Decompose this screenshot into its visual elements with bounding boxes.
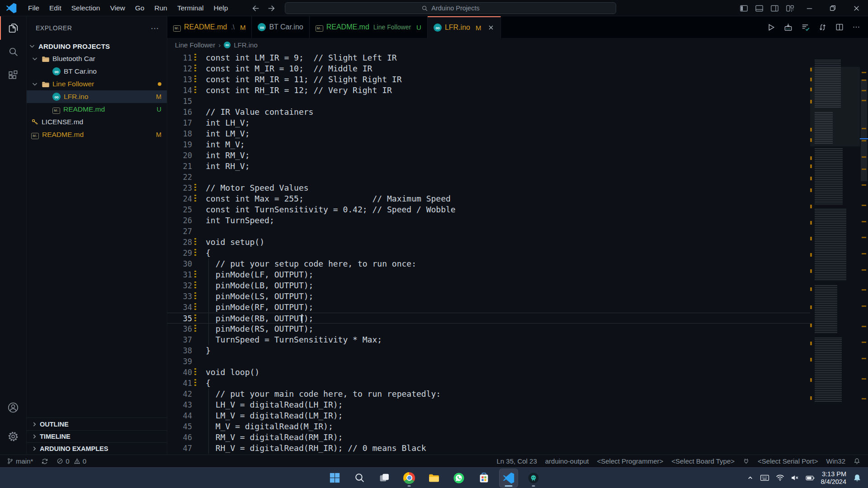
activity-extensions[interactable] <box>0 63 26 87</box>
code-line-39[interactable]: 39 <box>167 356 810 367</box>
tree-item-bt-car-ino-1[interactable]: ∞BT Car.ino <box>27 65 167 78</box>
wifi-icon[interactable] <box>776 474 784 481</box>
taskbar-microsoft-store-icon[interactable] <box>474 469 493 488</box>
taskbar-start-icon[interactable] <box>325 469 344 488</box>
code-line-21[interactable]: 21int RH_V; <box>167 161 810 172</box>
window-restore-button[interactable] <box>821 0 844 16</box>
verify-icon[interactable] <box>801 23 810 32</box>
breadcrumb-file[interactable]: LFR.ino <box>234 41 258 49</box>
toggle-secondary-sidebar-icon[interactable] <box>767 0 782 16</box>
scrollbar-thumb[interactable] <box>861 80 867 181</box>
code-line-46[interactable]: 46 RM_V = digitalRead(RM_IR); <box>167 432 810 443</box>
menu-terminal[interactable]: Terminal <box>172 0 209 16</box>
window-close-button[interactable] <box>844 0 868 16</box>
taskbar-task-view-icon[interactable] <box>375 469 394 488</box>
taskbar-file-explorer-icon[interactable] <box>425 469 443 488</box>
status-select-serial-port[interactable]: <Select Serial Port> <box>754 457 822 465</box>
code-line-45[interactable]: 45 M_V = digitalRead(M_IR); <box>167 421 810 432</box>
code-line-37[interactable]: 37 TurnSpeed = TurnSensitivity * Max; <box>167 334 810 345</box>
code-line-41[interactable]: 41{ <box>167 378 810 389</box>
activity-search[interactable] <box>0 40 26 63</box>
section-timeline[interactable]: TIMELINE <box>27 430 167 442</box>
workspace-root[interactable]: ARDUINO PROJECTS <box>27 40 167 52</box>
code-line-44[interactable]: 44 LM_V = digitalRead(LM_IR); <box>167 410 810 421</box>
tab-readme-md-0[interactable]: M↓README.md.\M <box>167 16 252 38</box>
code-line-43[interactable]: 43 LH_V = digitalRead(LH_IR); <box>167 399 810 410</box>
code-line-24[interactable]: 24const int Max = 255; // Maximum Speed <box>167 193 810 204</box>
menu-go[interactable]: Go <box>130 0 150 16</box>
sync-changes-item[interactable] <box>37 458 52 465</box>
activity-explorer[interactable] <box>0 16 26 40</box>
code-line-19[interactable]: 19int M_V; <box>167 139 810 150</box>
volume-muted-icon[interactable] <box>791 474 799 481</box>
activity-account[interactable] <box>0 396 26 419</box>
tree-item-license-md-5[interactable]: LICENSE.md <box>27 116 167 128</box>
window-minimize-button[interactable] <box>797 0 821 16</box>
status-win32[interactable]: Win32 <box>822 457 849 465</box>
code-line-34[interactable]: 34 pinMode(RF, OUTPUT); <box>167 302 810 313</box>
command-center[interactable]: Arduino Projects <box>285 2 616 14</box>
status-select-board-type[interactable]: <Select Board Type> <box>667 457 739 465</box>
toggle-primary-sidebar-icon[interactable] <box>736 0 751 16</box>
menu-view[interactable]: View <box>105 0 130 16</box>
code-line-18[interactable]: 18int LM_V; <box>167 128 810 139</box>
status-arduino-output[interactable]: arduino-output <box>541 457 593 465</box>
code-line-30[interactable]: 30 // put your setup code here, to run o… <box>167 258 810 269</box>
section-outline[interactable]: OUTLINE <box>27 418 167 430</box>
battery-icon[interactable] <box>806 475 815 481</box>
taskbar-whatsapp-icon[interactable] <box>449 469 468 488</box>
code-line-47[interactable]: 47 RH_V = digitalRead(RH_IR); // 0 means… <box>167 443 810 454</box>
compare-changes-icon[interactable] <box>818 23 827 32</box>
status-ln-35-col-23[interactable]: Ln 35, Col 23 <box>493 457 541 465</box>
code-line-26[interactable]: 26int TurnSpeed; <box>167 215 810 226</box>
sidebar-more-actions-icon[interactable]: ⋯ <box>151 23 160 33</box>
git-branch-item[interactable]: main* <box>3 457 37 465</box>
tray-chevron-up-icon[interactable] <box>747 474 754 481</box>
nav-forward-icon[interactable] <box>266 4 276 13</box>
menu-edit[interactable]: Edit <box>44 0 66 16</box>
code-line-42[interactable]: 42 // put your main code here, to run re… <box>167 389 810 399</box>
split-editor-icon[interactable] <box>835 23 844 32</box>
code-line-12[interactable]: 12const int M_IR = 10; // Middle IR <box>167 63 810 74</box>
code-line-33[interactable]: 33 pinMode(LS, OUTPUT); <box>167 291 810 302</box>
code-editor[interactable]: 11const int LM_IR = 9; // Slight Left IR… <box>167 52 868 455</box>
code-line-17[interactable]: 17int LH_V; <box>167 117 810 128</box>
menu-selection[interactable]: Selection <box>66 0 105 16</box>
code-line-15[interactable]: 15 <box>167 96 810 107</box>
code-line-11[interactable]: 11const int LM_IR = 9; // Slight Left IR <box>167 52 810 63</box>
upload-icon[interactable] <box>783 23 793 32</box>
close-icon[interactable] <box>487 24 495 31</box>
code-line-25[interactable]: 25const int TurnSensitivity = 0.42; // S… <box>167 204 810 215</box>
code-line-29[interactable]: 29{ <box>167 248 810 258</box>
nav-back-icon[interactable] <box>251 4 261 13</box>
tree-item-lfr-ino-3[interactable]: ∞LFR.inoM <box>27 90 167 103</box>
section-arduino-examples[interactable]: ARDUINO EXAMPLES <box>27 442 167 455</box>
code-line-38[interactable]: 38} <box>167 345 810 356</box>
tab-bt-car-ino-1[interactable]: ∞BT Car.ino <box>252 16 309 38</box>
menu-run[interactable]: Run <box>149 0 172 16</box>
tab-lfr-ino-3[interactable]: ∞LFR.inoM <box>428 16 501 38</box>
code-line-40[interactable]: 40void loop() <box>167 367 810 378</box>
bell-icon[interactable] <box>849 458 864 465</box>
code-line-31[interactable]: 31 pinMode(LF, OUTPUT); <box>167 269 810 280</box>
taskbar-chrome-icon[interactable] <box>400 469 419 488</box>
tree-item-line-follower-2[interactable]: Line Follower <box>27 78 167 90</box>
code-line-23[interactable]: 23// Motor Speed Values <box>167 183 810 193</box>
code-line-22[interactable]: 22 <box>167 172 810 183</box>
code-line-13[interactable]: 13const int RM_IR = 11; // Slight Right … <box>167 74 810 85</box>
notification-bell-icon[interactable] <box>853 474 862 483</box>
run-icon[interactable] <box>766 23 776 32</box>
code-line-27[interactable]: 27 <box>167 226 810 237</box>
customize-layout-icon[interactable] <box>782 0 797 16</box>
plug-icon[interactable] <box>739 458 754 465</box>
minimap[interactable] <box>810 52 860 455</box>
code-line-14[interactable]: 14const int RH_IR = 12; // Very Right IR <box>167 85 810 96</box>
problems-item[interactable]: 0 0 <box>52 457 90 465</box>
tree-item-readme-md-6[interactable]: M↓README.mdM <box>27 128 167 141</box>
tree-item-bluetooth-car-0[interactable]: Bluetooth Car <box>27 52 167 65</box>
keyboard-icon[interactable] <box>760 474 769 482</box>
code-line-32[interactable]: 32 pinMode(LB, OUTPUT); <box>167 280 810 291</box>
code-line-20[interactable]: 20int RM_V; <box>167 150 810 161</box>
more-actions-icon[interactable] <box>852 23 861 32</box>
taskbar-search-icon[interactable] <box>350 469 369 488</box>
